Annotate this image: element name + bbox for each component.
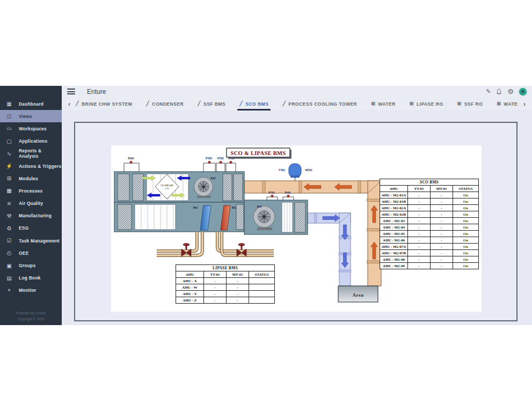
sidebar-item-views[interactable]: ◫Views <box>0 110 62 122</box>
chart-icon: ╱ <box>76 101 79 106</box>
tab-condenser[interactable]: ╱CONDENSER <box>146 97 184 111</box>
sidebar-item-monitor[interactable]: ⌖Monitor <box>0 284 62 297</box>
sidebar-item-applications[interactable]: ▢Applications <box>0 135 62 148</box>
tab-process-cooling-tower[interactable]: ╱PROCESS COOLING TOWER <box>282 97 357 111</box>
sensor-pt02: PT02 <box>216 157 225 172</box>
svg-text:PT03: PT03 <box>206 157 212 160</box>
sidebar-item-processes[interactable]: ▩Processes <box>0 185 62 197</box>
menu-icon[interactable] <box>67 87 75 96</box>
sidebar-item-label: Views <box>19 114 32 119</box>
sidebar-item-label: ESG <box>19 225 29 231</box>
sensor-pt03: PT03 <box>203 157 215 172</box>
workspaces-icon: ▭ <box>4 126 14 131</box>
sidebar-item-label: Modules <box>19 176 38 181</box>
manufacturing-icon: ⚒ <box>4 213 14 219</box>
avatar[interactable]: A <box>519 88 527 95</box>
column-header: AHU <box>176 271 204 278</box>
svg-text:PS03: PS03 <box>128 157 134 160</box>
sidebar-item-manufacturing[interactable]: ⚒Manufacturing <box>0 210 62 222</box>
filter-panel <box>118 204 132 230</box>
filter-panel <box>133 174 143 201</box>
pipes-and-valves <box>157 232 274 256</box>
sidebar-item-task-management[interactable]: ☑Task Management <box>0 234 62 247</box>
grid-icon: ⊞ <box>410 101 414 106</box>
modules-icon: ⊞ <box>4 175 14 181</box>
groups-icon: ▣ <box>4 263 14 269</box>
tabs-scroll-left-icon[interactable]: ‹ <box>67 100 71 108</box>
sidebar-item-label: Dashboard <box>19 101 43 107</box>
screen: ▦Dashboard◫Views▭Workspaces▢Applications… <box>0 0 532 412</box>
powered-by-text: Powered By Enture <box>0 311 62 316</box>
sidebar: ▦Dashboard◫Views▭Workspaces▢Applications… <box>0 86 62 325</box>
applications-icon: ▢ <box>4 138 14 144</box>
tab-label: BRINE CHW SYSTEM <box>82 101 132 107</box>
sidebar-item-oee[interactable]: ◴OEE <box>0 247 62 259</box>
table-row: AHU - M2-01B--On <box>380 198 479 205</box>
triggers-icon: ⚡ <box>4 163 14 169</box>
sidebar-item-actions-triggers[interactable]: ⚡Actions & Triggers <box>0 160 62 172</box>
tab-label: WATER <box>378 101 396 107</box>
svg-text:B01: B01 <box>193 206 198 209</box>
sidebar-nav: ▦Dashboard◫Views▭Workspaces▢Applications… <box>0 86 62 297</box>
table-row: AHU - W-- <box>176 284 275 291</box>
tab-water-timeframe[interactable]: ⊞WATER TIMEFRAME <box>497 97 518 111</box>
tabs-scroll-right-icon[interactable]: › <box>522 100 527 108</box>
sidebar-item-workspaces[interactable]: ▭Workspaces <box>0 122 62 135</box>
topbar: Enture ✎ ⚙ A <box>62 86 532 97</box>
air-quality-icon: ≋ <box>4 201 14 207</box>
tab-lipase-ro[interactable]: ⊞LIPASE RO <box>410 97 443 111</box>
sidebar-item-log-book[interactable]: ▤Log Book <box>0 272 62 284</box>
svg-text:TT01: TT01 <box>279 168 286 172</box>
chart-icon: ╱ <box>146 101 149 106</box>
tab-label: SCO BMS <box>245 101 268 107</box>
column-header: TT-01 <box>204 271 227 278</box>
sidebar-item-label: Applications <box>19 138 47 144</box>
column-header: TT-01 <box>408 186 431 192</box>
sidebar-item-modules[interactable]: ⊞Modules <box>0 172 62 185</box>
tab-sco-bms[interactable]: ╱SCO BMS <box>239 97 268 111</box>
app-title: Enture <box>87 88 106 95</box>
ahu-lower-unit: B01 B02 <box>114 202 244 232</box>
sidebar-footer: Powered By Enture Copyright © 2020 <box>0 311 62 322</box>
filter-panel <box>118 174 129 201</box>
main-area: Enture ✎ ⚙ A ‹ ╱BRINE CHW SYSTEM╱CONDENS… <box>62 86 532 325</box>
ahu-upper-unit: CF AHU-01P (-7) <box>114 172 244 202</box>
diagram-canvas: Area CF AHU-01P (-7) <box>111 145 482 312</box>
sidebar-item-esg[interactable]: ♻ESG <box>0 222 62 234</box>
column-header: MT-01 <box>227 271 249 278</box>
sidebar-item-reports-analysis[interactable]: ∿Reports & Analysis <box>0 148 62 160</box>
edit-icon[interactable]: ✎ <box>486 89 491 94</box>
bell-icon[interactable] <box>496 89 502 95</box>
copyright-text: Copyright © 2020 <box>0 317 62 322</box>
svg-text:K01: K01 <box>257 205 262 208</box>
topbar-icons: ✎ ⚙ A <box>486 88 527 95</box>
views-icon: ◫ <box>4 113 14 119</box>
svg-text:SCO & LIPASE BMS: SCO & LIPASE BMS <box>231 150 286 156</box>
sidebar-item-dashboard[interactable]: ▦Dashboard <box>0 98 62 110</box>
dashboard-icon: ▦ <box>4 101 14 107</box>
table-row: AHU - M2-02B--On <box>380 211 479 218</box>
column-header: STATUS <box>453 186 479 192</box>
filter-panel <box>223 174 232 201</box>
tab-label: SSF BMS <box>203 101 225 107</box>
diagram-title: SCO & LIPASE BMS <box>227 148 291 159</box>
tab-water[interactable]: ⊞WATER <box>371 97 396 111</box>
column-header: AHU <box>380 186 408 192</box>
settings-icon[interactable]: ⚙ <box>507 88 514 95</box>
esg-icon: ♻ <box>4 225 14 231</box>
svg-text:PT02: PT02 <box>217 157 224 160</box>
tab-brine-chw-system[interactable]: ╱BRINE CHW SYSTEM <box>76 97 132 111</box>
tab-label: WATER TIMEFRAME <box>504 101 518 107</box>
sidebar-item-label: Task Management <box>19 238 60 244</box>
tab-ssf-ro[interactable]: ⊞SSF RO <box>457 97 483 111</box>
area-box: Area <box>338 286 378 302</box>
svg-text:PS01: PS01 <box>285 191 291 194</box>
sidebar-item-groups[interactable]: ▣Groups <box>0 259 62 271</box>
tab-ssf-bms[interactable]: ╱SSF BMS <box>198 97 225 111</box>
enture-app-window: ▦Dashboard◫Views▭Workspaces▢Applications… <box>0 86 532 325</box>
sidebar-item-label: Processes <box>19 188 42 194</box>
sidebar-item-air-quality[interactable]: ≋Air Quality <box>0 197 62 210</box>
sensor-ps03: PS03 <box>124 157 139 172</box>
table-row: AHU - M2-07B--On <box>380 250 479 256</box>
svg-text:MT01: MT01 <box>305 168 312 172</box>
